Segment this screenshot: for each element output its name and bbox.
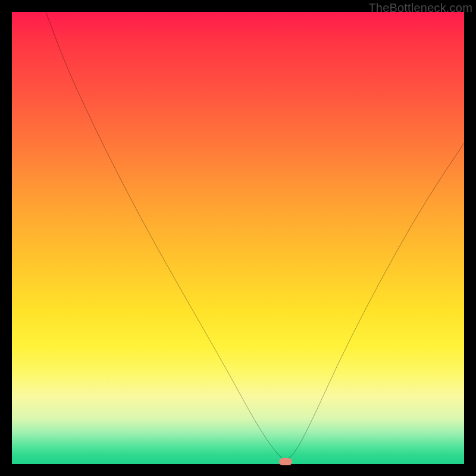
chart-plot-area [12, 12, 464, 464]
chart-svg [12, 12, 464, 464]
bottleneck-curve [46, 12, 464, 459]
min-marker [279, 458, 292, 465]
chart-frame: TheBottleneck.com [0, 0, 476, 476]
watermark-text: TheBottleneck.com [368, 1, 472, 15]
